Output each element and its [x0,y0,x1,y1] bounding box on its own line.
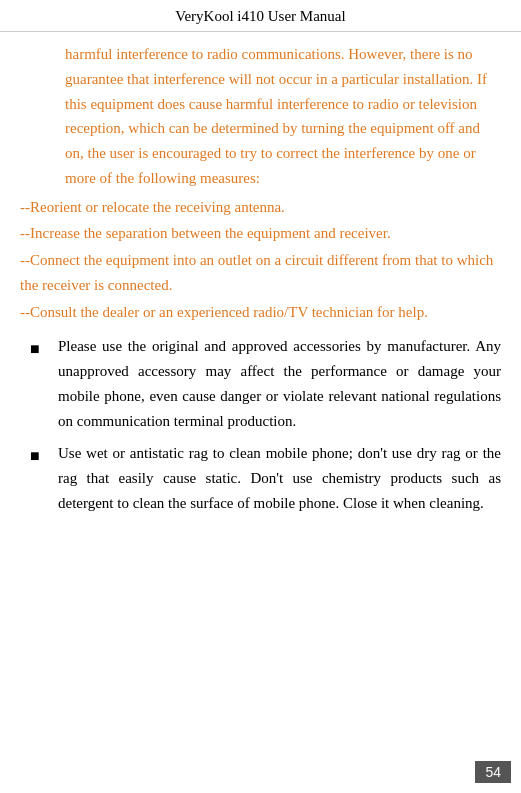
bullet-items: ■ Please use the original and approved a… [20,334,501,515]
list-item: ■ Use wet or antistatic rag to clean mob… [30,441,501,515]
page-number: 54 [475,761,511,783]
header-title: VeryKool i410 User Manual [175,8,345,24]
page-header: VeryKool i410 User Manual [0,0,521,32]
page-content: harmful interference to radio communicat… [0,32,521,584]
list-item: ■ Please use the original and approved a… [30,334,501,433]
bullet-lines: --Reorient or relocate the receiving ant… [20,195,501,325]
bullet-line-2: --Increase the separation between the eq… [20,221,501,246]
list-item-text-1: Please use the original and approved acc… [58,334,501,433]
bullet-line-1: --Reorient or relocate the receiving ant… [20,195,501,220]
bullet-icon-2: ■ [30,443,58,469]
bullet-line-3: --Connect the equipment into an outlet o… [20,248,501,298]
indented-paragraph: harmful interference to radio communicat… [20,42,501,191]
bullet-line-4: --Consult the dealer or an experienced r… [20,300,501,325]
list-item-text-2: Use wet or antistatic rag to clean mobil… [58,441,501,515]
bullet-icon-1: ■ [30,336,58,362]
